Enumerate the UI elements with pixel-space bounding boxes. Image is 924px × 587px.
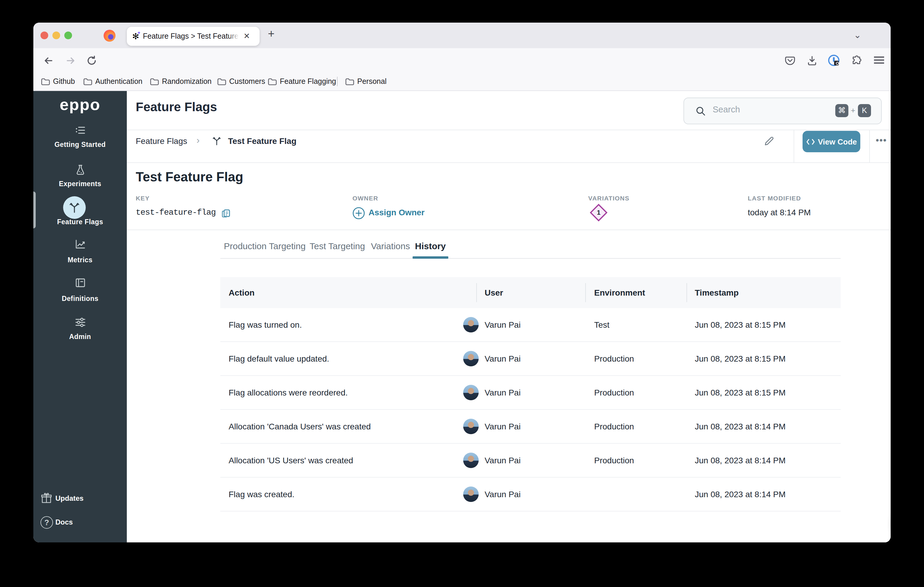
traffic-light-minimize[interactable]	[53, 31, 60, 39]
question-icon: ?	[41, 516, 53, 529]
folder-icon	[217, 78, 226, 86]
tab-variations[interactable]: Variations	[371, 241, 410, 251]
pocket-icon[interactable]	[785, 55, 795, 66]
action-cell: Flag was turned on.	[229, 320, 302, 329]
last-modified-value: today at 8:14 PM	[748, 207, 811, 217]
user-cell: Varun Pai	[485, 320, 521, 329]
metrics-icon	[74, 238, 87, 251]
timestamp-cell: Jun 08, 2023 at 8:14 PM	[695, 422, 785, 431]
edit-pencil-icon[interactable]	[764, 136, 775, 147]
environment-cell: Production	[594, 422, 634, 431]
bookmark-item[interactable]: Github	[53, 77, 75, 86]
environment-cell: Production	[594, 388, 634, 397]
app-main: Feature Flags ⌘ + K Feature Flags › Test…	[127, 91, 891, 543]
traffic-light-zoom[interactable]	[64, 31, 72, 39]
k-key-badge: K	[858, 104, 871, 117]
user-avatar	[463, 487, 478, 502]
search-box[interactable]: ⌘ + K	[683, 97, 882, 124]
divider	[127, 162, 891, 163]
timestamp-cell: Jun 08, 2023 at 8:14 PM	[695, 455, 785, 465]
user-cell: Varun Pai	[485, 490, 521, 499]
table-row: Flag was turned on. Varun Pai Test Jun 0…	[220, 308, 841, 342]
column-header-timestamp: Timestamp	[695, 288, 739, 298]
user-cell: Varun Pai	[485, 455, 521, 465]
onepassword-icon[interactable]	[828, 55, 840, 66]
key-label: KEY	[136, 194, 150, 202]
sidebar-item-admin[interactable]: Admin	[33, 333, 127, 340]
column-header-user: User	[485, 288, 503, 298]
last-modified-label: LAST MODIFIED	[748, 194, 801, 202]
feature-flag-branch-icon	[211, 136, 222, 146]
traffic-light-close[interactable]	[41, 31, 48, 39]
bookmark-item[interactable]: Personal	[357, 77, 387, 86]
code-brackets-icon	[806, 138, 815, 145]
divider-vertical	[869, 130, 870, 162]
browser-window: ✻✦ Feature Flags > Test Feature Fla ✕ + …	[33, 23, 891, 543]
bookmark-item[interactable]: Feature Flagging	[280, 77, 336, 86]
sidebar-item-docs[interactable]: Docs	[55, 518, 73, 526]
tab-history[interactable]: History	[415, 241, 446, 251]
table-row: Allocation 'US Users' was created Varun …	[220, 444, 841, 478]
action-cell: Flag allocations were reordered.	[229, 388, 348, 397]
eppo-favicon: ✻✦	[132, 31, 139, 41]
browser-toolbar: https://qa.eppo.cloud/feature-flags/45/h…	[33, 48, 891, 72]
cmd-key-badge: ⌘	[835, 104, 848, 117]
table-row: Flag allocations were reordered. Varun P…	[220, 376, 841, 410]
environment-cell: Production	[594, 354, 634, 363]
timestamp-cell: Jun 08, 2023 at 8:14 PM	[695, 490, 785, 499]
view-code-label: View Code	[818, 137, 857, 146]
downloads-icon[interactable]	[807, 55, 817, 66]
sidebar-item-definitions[interactable]: Definitions	[33, 295, 127, 302]
variations-label: VARIATIONS	[588, 194, 629, 202]
user-avatar	[463, 317, 478, 332]
plus-circle-icon[interactable]	[353, 207, 365, 219]
search-input[interactable]	[711, 104, 809, 115]
back-button[interactable]	[42, 55, 54, 67]
user-cell: Varun Pai	[485, 388, 521, 397]
flask-icon	[74, 164, 87, 177]
tab-close-icon[interactable]: ✕	[244, 31, 250, 40]
shortcut-plus: +	[851, 106, 855, 115]
tab-production-targeting[interactable]: Production Targeting	[224, 241, 306, 251]
bookmark-item[interactable]: Customers	[229, 77, 265, 86]
sidebar-item-feature-flags[interactable]: Feature Flags	[33, 218, 127, 225]
tabs-border	[220, 258, 841, 259]
environment-cell: Production	[594, 455, 634, 465]
extensions-puzzle-icon[interactable]	[851, 55, 862, 66]
column-header-environment: Environment	[594, 288, 645, 298]
copy-icon[interactable]	[221, 207, 231, 218]
sliders-icon	[74, 316, 87, 329]
breadcrumb-parent[interactable]: Feature Flags	[136, 136, 187, 146]
sidebar-item-getting-started[interactable]: Getting Started	[33, 141, 127, 148]
sidebar-item-metrics[interactable]: Metrics	[33, 257, 127, 263]
variations-count-badge: 1	[590, 204, 607, 221]
browser-tab[interactable]: ✻✦ Feature Flags > Test Feature Fla ✕	[127, 27, 259, 46]
new-tab-button[interactable]: +	[268, 27, 274, 40]
action-cell: Flag was created.	[229, 490, 294, 499]
forward-button[interactable]	[65, 55, 77, 67]
environment-cell: Test	[594, 320, 609, 329]
timestamp-cell: Jun 08, 2023 at 8:15 PM	[695, 354, 785, 363]
eppo-logo[interactable]: eppo	[33, 96, 127, 114]
sidebar-item-experiments[interactable]: Experiments	[33, 180, 127, 187]
feature-flag-branch-icon	[68, 201, 81, 214]
user-cell: Varun Pai	[485, 354, 521, 363]
timestamp-cell: Jun 08, 2023 at 8:15 PM	[695, 388, 785, 397]
owner-label: OWNER	[353, 194, 378, 202]
user-avatar	[463, 351, 478, 367]
bookmark-item[interactable]: Randomization	[162, 77, 212, 86]
timestamp-cell: Jun 08, 2023 at 8:15 PM	[695, 320, 785, 329]
refresh-button[interactable]	[86, 55, 97, 67]
sidebar-item-updates[interactable]: Updates	[55, 494, 84, 503]
tab-list-chevron-icon[interactable]: ⌄	[854, 30, 861, 40]
action-cell: Allocation 'Canada Users' was created	[229, 422, 371, 431]
tab-test-targeting[interactable]: Test Targeting	[310, 241, 365, 251]
menu-hamburger-icon[interactable]	[874, 56, 884, 58]
bookmark-item[interactable]: Authentication	[95, 77, 142, 86]
assign-owner-link[interactable]: Assign Owner	[368, 207, 424, 217]
action-cell: Allocation 'US Users' was created	[229, 455, 353, 465]
gift-icon	[40, 492, 53, 505]
more-options-button[interactable]: •••	[876, 135, 887, 145]
view-code-button[interactable]: View Code	[802, 131, 860, 152]
table-row: Allocation 'Canada Users' was created Va…	[220, 410, 841, 444]
